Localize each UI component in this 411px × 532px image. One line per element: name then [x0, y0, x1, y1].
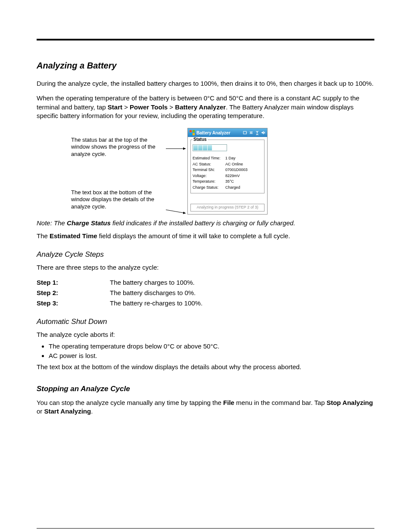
- text: The: [37, 232, 50, 240]
- svg-rect-5: [193, 133, 195, 135]
- heading-stopping: Stopping an Analyze Cycle: [37, 384, 374, 394]
- field-name: Estimated Time: [50, 232, 97, 240]
- para-stopping: You can stop the analyze cycle manually …: [37, 398, 374, 416]
- heading-automatic-shut-down: Automatic Shut Down: [37, 317, 374, 327]
- app-window: Battery Analyzer Status Estimated Time:1…: [187, 128, 268, 215]
- progress-text-box: Analyzing in progress (STEP 2 of 3): [190, 204, 265, 212]
- heading-analyzing: Analyzing a Battery: [37, 60, 374, 72]
- figure-row: The status bar at the top of the window …: [37, 128, 374, 215]
- abort-bullets: The operating temperature drops below 0°…: [37, 342, 374, 361]
- row-charge-status: Charge Status:Charged: [193, 185, 262, 191]
- cmd-start-analyzing: Start Analyzing: [44, 408, 91, 415]
- text: >: [122, 103, 130, 111]
- status-group: Status Estimated Time:1 Day AC Status:AC…: [190, 140, 265, 193]
- callouts-column: The status bar at the top of the window …: [37, 128, 166, 215]
- page-footer: 7 - 2: [37, 528, 374, 532]
- menu-start: Start: [108, 103, 122, 111]
- steps-list: Step 1:The battery charges to 100%. Step…: [37, 278, 374, 308]
- menu-battery-analyzer: Battery Analyzer: [175, 103, 226, 111]
- svg-rect-6: [243, 131, 246, 134]
- note-charge-status: Note: The Charge Status field indicates …: [37, 219, 374, 227]
- info-table: Estimated Time:1 Day AC Status:AC Online…: [193, 156, 262, 190]
- note-field-name: Charge Status: [67, 219, 111, 227]
- text: .: [91, 408, 93, 415]
- step-1: Step 1:The battery charges to 100%.: [37, 278, 374, 287]
- para-steps-intro: There are three steps to the analyze cyc…: [37, 263, 374, 272]
- para-auto-intro: The analyze cycle aborts if:: [37, 330, 374, 339]
- app-title: Battery Analyzer: [196, 131, 230, 135]
- text: field displays the amount of time it wil…: [97, 232, 290, 240]
- text: The: [54, 219, 67, 227]
- svg-rect-7: [246, 132, 247, 133]
- para-intro-1: During the analyze cycle, the installed …: [37, 79, 374, 88]
- tray-speaker-icon[interactable]: [261, 130, 266, 135]
- step-2: Step 2:The battery discharges to 0%.: [37, 289, 374, 297]
- svg-rect-2: [190, 130, 192, 132]
- cmd-stop-analyzing: Stop Analyzing: [327, 399, 373, 406]
- tray-antenna-icon[interactable]: [255, 130, 260, 135]
- note-prefix: Note:: [37, 219, 54, 227]
- bullet-temp: The operating temperature drops below 0°…: [49, 342, 374, 351]
- text: >: [168, 103, 175, 111]
- text: or: [37, 408, 44, 415]
- status-legend: Status: [193, 137, 208, 142]
- progress-bar: [193, 144, 227, 151]
- windows-start-icon[interactable]: [189, 130, 195, 136]
- row-temperature: Temperature:35°C: [193, 179, 262, 185]
- top-rule: [37, 39, 374, 40]
- text: field indicates if the installed battery…: [111, 219, 296, 227]
- menu-file: File: [223, 399, 234, 406]
- callout-arrows-icon: [166, 128, 187, 223]
- para-estimated-time: The Estimated Time field displays the am…: [37, 232, 374, 240]
- row-ac-status: AC Status:AC Online: [193, 162, 262, 168]
- text: You can stop the analyze cycle manually …: [37, 399, 223, 406]
- bullet-ac: AC power is lost.: [49, 352, 374, 360]
- svg-rect-3: [193, 130, 195, 132]
- row-voltage: Voltage:8229mV: [193, 173, 262, 179]
- para-auto-after: The text box at the bottom of the window…: [37, 363, 374, 371]
- callout-status-bar: The status bar at the top of the window …: [71, 137, 166, 158]
- row-terminal-sn: Terminal SN:07001D0003: [193, 167, 262, 173]
- svg-rect-4: [190, 133, 192, 135]
- titlebar: Battery Analyzer: [188, 128, 267, 137]
- text: menu in the command bar. Tap: [234, 399, 327, 406]
- para-intro-2: When the operating temperature of the ba…: [37, 94, 374, 120]
- step-3: Step 3:The battery re-charges to 100%.: [37, 299, 374, 308]
- tray-connectivity-icon[interactable]: [249, 130, 254, 135]
- tray-battery-icon[interactable]: [243, 130, 248, 135]
- heading-analyze-cycle-steps: Analyze Cycle Steps: [37, 250, 374, 260]
- menu-power-tools: Power Tools: [130, 103, 168, 111]
- row-estimated-time: Estimated Time:1 Day: [193, 156, 262, 162]
- arrows-column: [166, 128, 187, 215]
- callout-text-box: The text box at the bottom of the window…: [71, 189, 166, 210]
- svg-line-1: [166, 210, 186, 213]
